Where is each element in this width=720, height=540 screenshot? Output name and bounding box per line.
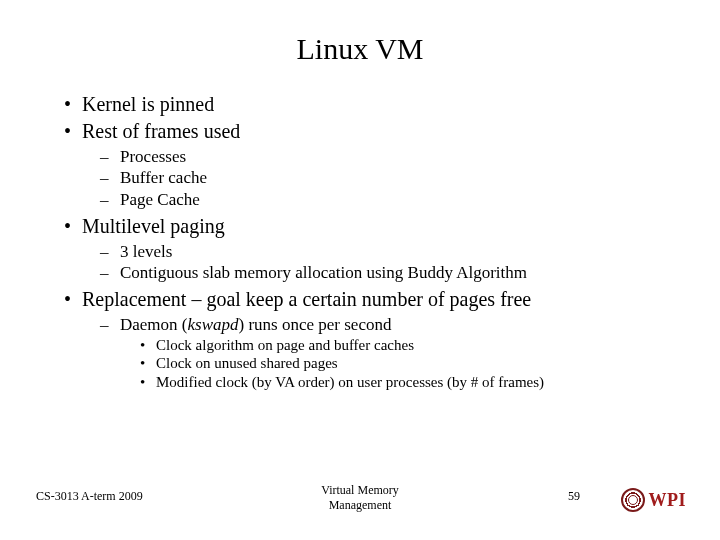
bullet-l2: –Daemon (kswapd) runs once per second <box>36 314 684 335</box>
slide-title: Linux VM <box>36 32 684 66</box>
wpi-wordmark: WPI <box>649 490 687 511</box>
bullet-l3: •Modified clock (by VA order) on user pr… <box>36 373 684 392</box>
footer-page-number: 59 <box>568 489 580 504</box>
bullet-l1: •Kernel is pinned <box>36 92 684 117</box>
dash-icon: – <box>100 146 109 167</box>
bullet-l2: –Buffer cache <box>36 167 684 188</box>
bullet-icon: • <box>140 373 145 392</box>
bullet-l1: •Multilevel paging <box>36 214 684 239</box>
bullet-text: Buffer cache <box>120 168 207 187</box>
footer-title-line2: Management <box>329 498 392 512</box>
bullet-text: Modified clock (by VA order) on user pro… <box>156 374 544 390</box>
slide: Linux VM •Kernel is pinned •Rest of fram… <box>0 0 720 540</box>
bullet-text: Multilevel paging <box>82 215 225 237</box>
bullet-icon: • <box>140 354 145 373</box>
bullet-text-post: ) runs once per second <box>239 315 392 334</box>
wpi-seal-icon <box>621 488 645 512</box>
bullet-l1: •Rest of frames used <box>36 119 684 144</box>
bullet-icon: • <box>64 92 71 117</box>
dash-icon: – <box>100 262 109 283</box>
bullet-l2: –3 levels <box>36 241 684 262</box>
bullet-text-pre: Daemon ( <box>120 315 188 334</box>
bullet-text: Contiguous slab memory allocation using … <box>120 263 527 282</box>
slide-body: •Kernel is pinned •Rest of frames used –… <box>36 92 684 392</box>
bullet-icon: • <box>140 336 145 355</box>
bullet-text: 3 levels <box>120 242 172 261</box>
bullet-l2: –Page Cache <box>36 189 684 210</box>
dash-icon: – <box>100 167 109 188</box>
bullet-text: Replacement – goal keep a certain number… <box>82 288 531 310</box>
bullet-l2: –Contiguous slab memory allocation using… <box>36 262 684 283</box>
wpi-logo: WPI <box>621 488 687 512</box>
slide-footer: CS-3013 A-term 2009 Virtual Memory Manag… <box>0 478 720 518</box>
dash-icon: – <box>100 189 109 210</box>
bullet-text: Processes <box>120 147 186 166</box>
bullet-icon: • <box>64 214 71 239</box>
bullet-text: Kernel is pinned <box>82 93 214 115</box>
bullet-text-em: kswapd <box>188 315 239 334</box>
bullet-l3: •Clock algorithm on page and buffer cach… <box>36 336 684 355</box>
footer-title: Virtual Memory Management <box>0 483 720 512</box>
bullet-l3: •Clock on unused shared pages <box>36 354 684 373</box>
bullet-icon: • <box>64 287 71 312</box>
bullet-l2: –Processes <box>36 146 684 167</box>
bullet-text: Clock on unused shared pages <box>156 355 338 371</box>
dash-icon: – <box>100 314 109 335</box>
footer-title-line1: Virtual Memory <box>321 483 399 497</box>
bullet-l1: •Replacement – goal keep a certain numbe… <box>36 287 684 312</box>
bullet-text: Clock algorithm on page and buffer cache… <box>156 337 414 353</box>
dash-icon: – <box>100 241 109 262</box>
bullet-text: Rest of frames used <box>82 120 240 142</box>
bullet-icon: • <box>64 119 71 144</box>
bullet-text: Page Cache <box>120 190 200 209</box>
